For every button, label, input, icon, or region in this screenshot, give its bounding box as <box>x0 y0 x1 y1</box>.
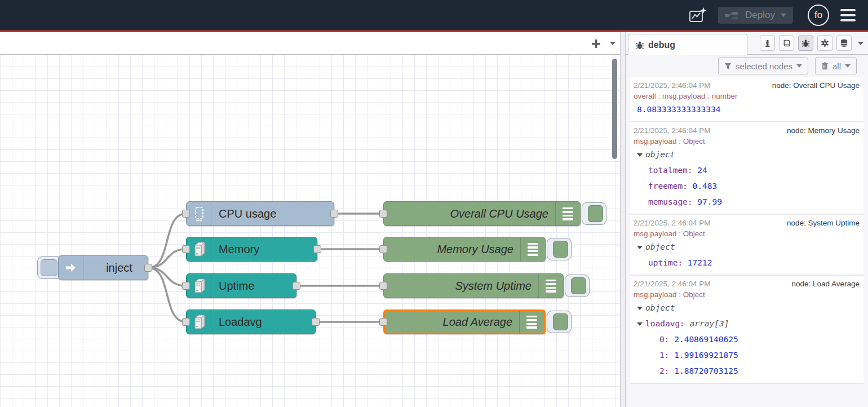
node-label: CPU usage <box>211 207 276 220</box>
funnel-icon <box>724 63 732 70</box>
input-port[interactable] <box>182 245 190 253</box>
node-debug-system-uptime[interactable]: System Uptime <box>383 273 564 298</box>
output-port[interactable] <box>330 210 338 218</box>
node-debug-load-average[interactable]: Load Average <box>383 309 546 334</box>
input-port[interactable] <box>182 282 190 290</box>
collapse-triangle-icon[interactable] <box>637 246 643 249</box>
output-port[interactable] <box>312 318 320 326</box>
deploy-button[interactable]: Deploy <box>718 7 793 24</box>
info-tab-button[interactable] <box>760 36 775 51</box>
input-port[interactable] <box>379 282 387 290</box>
help-tab-button[interactable] <box>779 36 794 51</box>
message-value: 8.083333333333334 <box>637 105 720 114</box>
debug-clear-label: all <box>832 61 841 71</box>
debug-enable-toggle[interactable] <box>553 241 568 258</box>
config-tab-button[interactable] <box>817 36 832 51</box>
input-port[interactable] <box>182 210 190 218</box>
debug-message[interactable]: 2/21/2025, 2:46:04 PM node: Overall CPU … <box>630 77 863 122</box>
sidebar-menu-chevron-icon[interactable] <box>858 42 863 45</box>
cpu-chip-icon <box>187 202 211 225</box>
array-value: 1.88720703125 <box>674 366 738 375</box>
debug-message[interactable]: 2/21/2025, 2:46:04 PM node: Memory Usage… <box>630 122 863 215</box>
message-property: msg.payload : Object <box>634 136 861 147</box>
debug-filter-label: selected nodes <box>736 61 792 71</box>
database-icon <box>840 39 848 47</box>
hamburger-icon <box>840 9 856 11</box>
collapse-triangle-icon[interactable] <box>637 322 643 326</box>
debug-list-icon <box>520 237 545 261</box>
tab-debug-label: debug <box>648 40 675 50</box>
debug-toggle-frame <box>582 202 606 225</box>
input-port[interactable] <box>379 318 387 326</box>
debug-list-icon <box>519 311 544 333</box>
debug-message[interactable]: 2/21/2025, 2:46:04 PM node: System Uptim… <box>630 215 863 276</box>
node-label: Overall CPU Usage <box>384 207 555 220</box>
debug-message[interactable]: 2/21/2025, 2:46:04 PM node: Load Average… <box>630 276 863 384</box>
node-label: Loadavg <box>211 316 262 329</box>
sidebar: debug <box>626 32 868 407</box>
object-label: object <box>645 303 675 312</box>
output-port[interactable] <box>293 282 300 290</box>
user-avatar[interactable]: fo <box>808 5 829 26</box>
object-value: 17212 <box>688 258 712 267</box>
node-label: Memory Usage <box>384 243 520 256</box>
output-port[interactable] <box>144 264 152 272</box>
collapse-triangle-icon[interactable] <box>637 307 643 310</box>
debug-toggle-frame <box>565 275 590 297</box>
inject-trigger-button[interactable] <box>41 259 57 276</box>
array-value: 1.99169921875 <box>674 351 738 360</box>
debug-enable-toggle[interactable] <box>588 205 603 222</box>
debug-filter-button[interactable]: selected nodes <box>718 57 808 74</box>
node-uptime[interactable]: Uptime <box>186 273 296 298</box>
debug-message-list: 2/21/2025, 2:46:04 PM node: Overall CPU … <box>630 77 863 384</box>
input-port[interactable] <box>182 318 190 326</box>
canvas-vertical-scrollbar[interactable] <box>612 59 617 159</box>
avatar-initials: fo <box>814 10 822 21</box>
tab-debug[interactable]: debug <box>628 34 747 55</box>
debug-enable-toggle[interactable] <box>553 313 568 330</box>
object-key: loadavg: <box>645 319 685 328</box>
object-key: memusage: <box>648 197 693 206</box>
node-cpu-usage[interactable]: CPU usage <box>186 201 334 226</box>
server-icon <box>187 274 211 298</box>
debug-tab-button[interactable] <box>798 36 813 51</box>
add-flow-button[interactable] <box>591 39 601 48</box>
message-timestamp: 2/21/2025, 2:46:04 PM <box>634 125 711 136</box>
message-property: overall : msg.payload : number <box>634 91 861 101</box>
message-property: msg.payload : Object <box>634 228 861 239</box>
sidebar-divider[interactable] <box>620 32 626 407</box>
node-memory[interactable]: Memory <box>186 237 317 262</box>
debug-enable-toggle[interactable] <box>571 277 586 294</box>
book-icon <box>782 39 791 47</box>
output-port[interactable] <box>313 245 321 253</box>
node-loadavg[interactable]: Loadavg <box>186 309 316 334</box>
flow-list-chevron-icon[interactable] <box>610 42 615 45</box>
context-tab-button[interactable] <box>836 36 852 51</box>
debug-toggle-frame <box>547 311 572 333</box>
message-node-name: node: Load Average <box>791 278 861 289</box>
debug-clear-button[interactable]: all <box>815 57 857 74</box>
flow-canvas[interactable] <box>0 55 620 407</box>
input-port[interactable] <box>379 245 387 253</box>
node-debug-memory-usage[interactable]: Memory Usage <box>383 237 546 262</box>
filter-chevron-icon <box>796 64 802 68</box>
object-value: 97.99 <box>697 197 722 206</box>
input-port[interactable] <box>379 210 387 218</box>
array-index: 0: <box>659 335 669 344</box>
node-label: Memory <box>211 243 259 256</box>
collapse-triangle-icon[interactable] <box>637 153 643 157</box>
debug-list-icon <box>538 274 563 298</box>
deploy-label: Deploy <box>745 10 775 21</box>
deploy-chevron-icon[interactable] <box>781 14 786 17</box>
bug-icon <box>635 41 644 50</box>
ai-assistant-button[interactable] <box>687 5 709 25</box>
node-label: Uptime <box>211 280 254 293</box>
object-key: totalmem: <box>648 166 693 175</box>
main-menu-button[interactable] <box>838 7 858 24</box>
deploy-icon <box>725 11 739 20</box>
node-debug-overall-cpu-usage[interactable]: Overall CPU Usage <box>383 201 581 226</box>
object-key: uptime: <box>648 258 683 267</box>
flow-tabbar <box>0 32 620 55</box>
node-inject[interactable]: inject <box>58 255 148 280</box>
message-timestamp: 2/21/2025, 2:46:04 PM <box>634 278 711 289</box>
